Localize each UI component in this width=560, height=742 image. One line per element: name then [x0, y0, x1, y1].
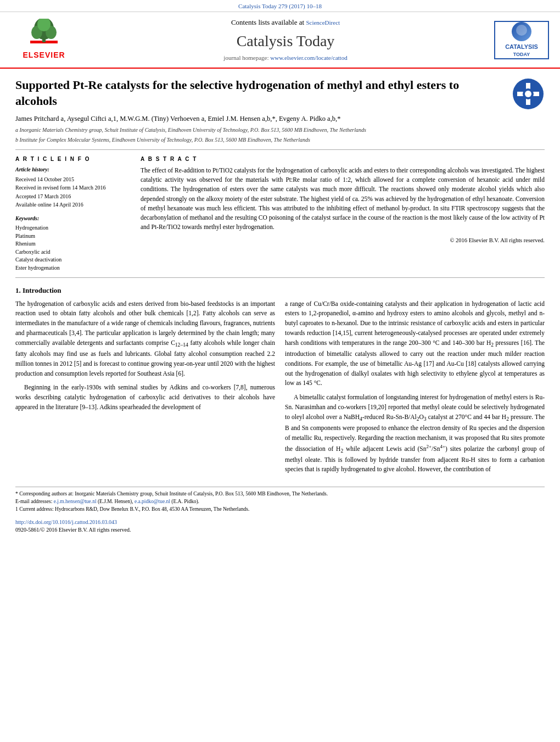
abstract-heading: A B S T R A C T — [141, 155, 545, 163]
elsevier-tree-icon — [27, 19, 60, 49]
affiliation-a: a Inorganic Materials Chemistry group, S… — [15, 126, 545, 134]
article-area: Supported Pt-Re catalysts for the select… — [0, 69, 560, 545]
email-note: E-mail addresses: e.j.m.hensen@tue.nl (E… — [15, 498, 545, 506]
received-1: Received 14 October 2015 — [15, 176, 131, 184]
article-info-heading: A R T I C L E I N F O — [15, 155, 131, 164]
catalysis-today-logo: CATALYSIS TODAY — [494, 21, 549, 59]
body-columns: The hydrogenation of carboxylic acids an… — [15, 299, 545, 479]
keyword-carboxylic: Carboxylic acid — [15, 248, 131, 256]
abstract-text: The effect of Re-addition to Pt/TiO2 cat… — [141, 166, 545, 232]
article-info-col: A R T I C L E I N F O Article history: R… — [15, 155, 131, 272]
intro-paragraph-1: The hydrogenation of carboxylic acids an… — [15, 299, 275, 379]
separator-2 — [15, 277, 545, 278]
email-hensen[interactable]: e.j.m.hensen@tue.nl — [54, 499, 97, 504]
journal-title: Catalysis Today — [77, 30, 494, 52]
doi-line[interactable]: http://dx.doi.org/10.1016/j.cattod.2016.… — [15, 518, 545, 526]
keyword-deactivation: Catalyst deactivation — [15, 256, 131, 264]
footnotes-area: * Corresponding authors at: Inorganic Ma… — [15, 487, 545, 513]
keyword-ester: Ester hydrogenation — [15, 264, 131, 272]
keyword-hydrogenation: Hydrogenation — [15, 224, 131, 232]
catalysis-logo-label: CATALYSIS — [505, 43, 538, 51]
journal-reference-bar: Catalysis Today 279 (2017) 10–18 — [0, 0, 560, 12]
crossmark-icon — [512, 77, 545, 110]
current-address-note: 1 Current address: Hydrocarbons R&D, Dow… — [15, 506, 545, 514]
accepted: Accepted 17 March 2016 — [15, 193, 131, 201]
authors-text: James Pritchard a, Aysegul Ciftci a,1, M… — [15, 115, 340, 122]
section-1-introduction: 1. Introduction The hydrogenation of car… — [15, 286, 545, 479]
issn-line: 0920-5861/© 2016 Elsevier B.V. All right… — [15, 526, 545, 534]
homepage-line: journal homepage: www.elsevier.com/locat… — [77, 54, 494, 62]
authors-line: James Pritchard a, Aysegul Ciftci a,1, M… — [15, 114, 545, 124]
body-left-col: The hydrogenation of carboxylic acids an… — [15, 299, 275, 479]
keywords-label: Keywords: — [15, 215, 131, 223]
sciencedirect-link[interactable]: ScienceDirect — [306, 19, 340, 26]
contents-line: Contents lists available at ScienceDirec… — [77, 18, 494, 27]
journal-header: ELSEVIER Contents lists available at Sci… — [0, 12, 560, 69]
catalysis-logo-icon — [512, 22, 531, 41]
keyword-rhenium: Rhenium — [15, 240, 131, 248]
body-right-col: a range of Cu/Cr/Ba oxide-containing cat… — [285, 299, 545, 479]
elsevier-label: ELSEVIER — [23, 50, 65, 61]
copyright: © 2016 Elsevier B.V. All rights reserved… — [141, 237, 545, 245]
keyword-platinum: Platinum — [15, 232, 131, 241]
intro-paragraph-2: Beginning in the early-1930s with semina… — [15, 383, 275, 412]
contents-text: Contents lists available at — [231, 18, 304, 26]
homepage-url[interactable]: www.elsevier.com/locate/cattod — [270, 54, 347, 61]
page-wrapper: Catalysis Today 279 (2017) 10–18 ELSEVIE… — [0, 0, 560, 545]
article-title: Supported Pt-Re catalysts for the select… — [15, 77, 545, 109]
article-history-label: Article history: — [15, 166, 131, 174]
journal-ref-text: Catalysis Today 279 (2017) 10–18 — [238, 3, 322, 9]
article-title-text: Supported Pt-Re catalysts for the select… — [15, 78, 459, 108]
doi-url[interactable]: http://dx.doi.org/10.1016/j.cattod.2016.… — [15, 519, 117, 525]
abstract-col: A B S T R A C T The effect of Re-additio… — [141, 155, 545, 272]
elsevier-logo: ELSEVIER — [11, 19, 77, 61]
intro-paragraph-3: a range of Cu/Cr/Ba oxide-containing cat… — [285, 299, 545, 389]
available-online: Available online 14 April 2016 — [15, 201, 131, 209]
journal-center-info: Contents lists available at ScienceDirec… — [77, 18, 494, 62]
corresponding-note: * Corresponding authors at: Inorganic Ma… — [15, 490, 545, 498]
svg-point-10 — [525, 91, 531, 97]
section-1-heading: 1. Introduction — [15, 286, 545, 295]
affiliation-b: b Institute for Complex Molecular System… — [15, 136, 545, 144]
email-pidko[interactable]: e.a.pidko@tue.nl — [135, 499, 170, 504]
article-info-abstract: A R T I C L E I N F O Article history: R… — [15, 155, 545, 272]
received-revised: Received in revised form 14 March 2016 — [15, 184, 131, 192]
homepage-label: journal homepage: — [223, 54, 268, 61]
catalysis-logo-today: TODAY — [513, 51, 530, 58]
separator-1 — [15, 149, 545, 150]
intro-paragraph-4: A bimetallic catalyst formulation of lon… — [285, 393, 545, 475]
